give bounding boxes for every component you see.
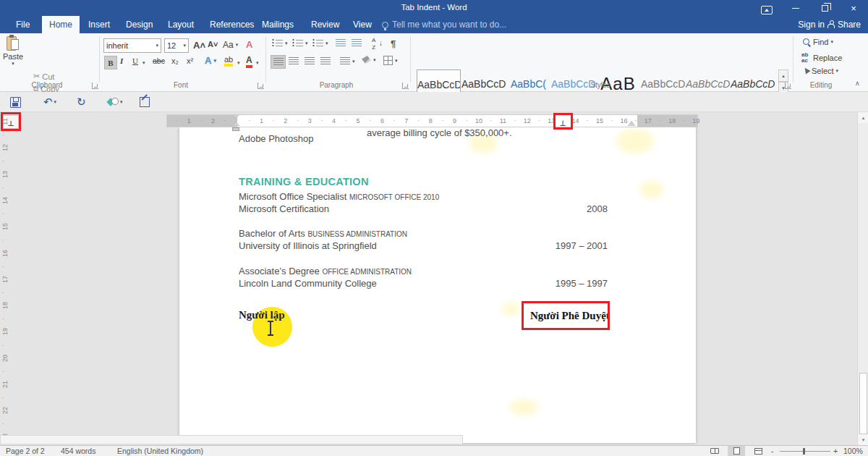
multilevel-list-icon (312, 39, 323, 47)
tell-me-box[interactable]: Tell me what you want to do... (382, 16, 506, 33)
underline-caret-icon[interactable]: ▾ (142, 60, 145, 66)
ruler-tick: · (538, 117, 540, 124)
status-language[interactable]: English (United Kingdom) (117, 447, 203, 455)
ruler-number: 17 (644, 117, 652, 124)
first-line-indent-marker[interactable] (232, 114, 239, 119)
ruler-number: 9 (453, 117, 456, 124)
subscript-button[interactable]: x₂ (171, 56, 179, 65)
align-left-button[interactable] (271, 56, 285, 68)
tab-view[interactable]: View (346, 16, 379, 33)
find-button[interactable]: Find ▾ (803, 38, 833, 46)
zoom-level[interactable]: 100% (843, 447, 863, 455)
numbering-button[interactable]: ▾ (292, 39, 308, 47)
align-center-button[interactable] (289, 57, 299, 65)
tab-insert[interactable]: Insert (81, 16, 117, 33)
vertical-scroll-thumb[interactable] (859, 373, 867, 434)
share-button[interactable]: Share (822, 16, 867, 33)
undo-button[interactable]: ↶▾ (43, 94, 56, 110)
show-hide-pilcrow-button[interactable]: ¶ (391, 38, 396, 49)
line-spacing-button[interactable]: ▾ (340, 57, 355, 65)
ruler-tick: · (2, 210, 4, 217)
right-indent-marker[interactable] (628, 121, 635, 126)
restore-button[interactable] (810, 0, 839, 16)
hanging-indent-marker[interactable] (232, 122, 239, 126)
zoom-out-button[interactable]: - (771, 447, 774, 455)
styles-scroll-up-button[interactable]: ▴ (778, 69, 788, 82)
shapes-button[interactable]: ▾ (107, 94, 123, 110)
scissors-icon: ✂ (33, 72, 40, 81)
styles-dialog-launcher[interactable] (785, 83, 791, 89)
highlight-color-button[interactable]: ab (224, 55, 233, 67)
tab-file[interactable]: File (9, 16, 37, 33)
align-right-button[interactable] (305, 57, 315, 65)
zoom-slider-track[interactable] (780, 451, 830, 452)
cut-button[interactable]: ✂ Cut (33, 72, 54, 81)
ruler-number: 1 (187, 117, 191, 124)
ribbon-display-options-button[interactable] (752, 0, 781, 16)
select-button[interactable]: Select ▾ (803, 67, 838, 75)
grow-font-button[interactable]: A˄ (193, 40, 205, 51)
tab-design[interactable]: Design (119, 16, 160, 33)
italic-button[interactable]: I (120, 56, 123, 65)
highlight-caret-icon[interactable]: ▾ (237, 60, 240, 66)
bold-button[interactable]: B (105, 56, 116, 69)
paste-button[interactable]: Paste ▾ (0, 33, 26, 75)
ruler-tick: · (2, 394, 4, 401)
bullets-button[interactable]: ▾ (272, 39, 288, 47)
clipboard-dialog-launcher[interactable] (92, 83, 98, 89)
shrink-font-button[interactable]: A˅ (208, 40, 218, 48)
borders-button[interactable]: ▾ (383, 56, 398, 65)
vertical-ruler[interactable]: 11·12·13·14·15·16·17·18·19·20·21·22·23· (0, 112, 10, 445)
minimize-button[interactable] (781, 0, 810, 16)
print-layout-icon (733, 447, 740, 455)
status-page-indicator[interactable]: Page 2 of 2 (6, 447, 45, 455)
left-indent-marker[interactable] (232, 127, 239, 131)
font-size-caret-icon: ▾ (183, 43, 186, 48)
scroll-down-button[interactable]: ▾ (858, 434, 868, 445)
shading-button[interactable]: ▾ (362, 56, 376, 64)
sort-button[interactable]: AZ (372, 38, 375, 50)
sign-in-link[interactable]: Sign in (798, 16, 825, 33)
justify-button[interactable] (320, 57, 331, 65)
vertical-scrollbar[interactable]: ▴ ▾ (857, 112, 868, 445)
horizontal-scroll-thumb[interactable] (0, 435, 463, 444)
web-layout-button[interactable] (749, 446, 767, 456)
tab-mailings[interactable]: Mailings (255, 16, 301, 33)
save-button[interactable] (10, 94, 21, 110)
change-case-caret-icon: ▾ (236, 42, 239, 48)
print-layout-button[interactable] (728, 446, 745, 456)
tab-layout[interactable]: Layout (161, 16, 201, 33)
status-word-count[interactable]: 454 words (61, 447, 95, 455)
font-name-combo[interactable]: inherit ▾ (103, 38, 161, 53)
superscript-button[interactable]: x² (187, 56, 193, 65)
read-mode-button[interactable] (706, 446, 723, 456)
paragraph-dialog-launcher[interactable] (402, 83, 409, 89)
zoom-slider-thumb[interactable] (803, 448, 805, 455)
close-button[interactable]: × (839, 0, 868, 16)
underline-button[interactable]: U (132, 56, 138, 65)
ruler-tick: · (224, 117, 226, 124)
scroll-up-button[interactable]: ▴ (858, 112, 868, 123)
change-case-button[interactable]: Aa▾ (223, 40, 238, 50)
redo-button[interactable]: ↻ (77, 94, 86, 110)
font-color-button[interactable]: A (246, 55, 252, 68)
tab-home[interactable]: Home (42, 16, 80, 33)
font-dialog-launcher[interactable] (258, 83, 264, 89)
increase-indent-button[interactable] (352, 39, 362, 47)
font-color-caret-icon[interactable]: ▾ (256, 60, 259, 66)
ruler-tick: · (297, 117, 299, 124)
strikethrough-button[interactable]: abc (153, 56, 165, 65)
decrease-indent-button[interactable] (336, 39, 346, 47)
clear-formatting-button[interactable]: A (246, 39, 252, 50)
edit-button[interactable] (140, 94, 150, 110)
person-icon (827, 20, 835, 28)
font-size-combo[interactable]: 12 ▾ (164, 38, 189, 53)
tab-references[interactable]: References (203, 16, 261, 33)
tab-review[interactable]: Review (304, 16, 346, 33)
replace-button[interactable]: abac Replace (801, 52, 842, 64)
text-effects-button[interactable]: A▾ (205, 55, 216, 66)
multilevel-list-button[interactable]: ▾ (312, 39, 328, 47)
horizontal-ruler[interactable]: 2112345678910111213141516171819·········… (166, 114, 698, 127)
collapse-ribbon-button[interactable]: ∧ (855, 80, 860, 87)
zoom-in-button[interactable]: + (833, 447, 838, 455)
